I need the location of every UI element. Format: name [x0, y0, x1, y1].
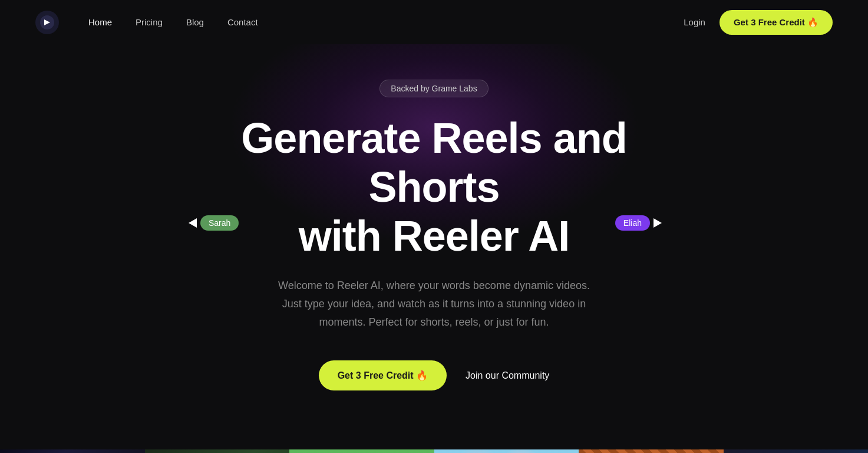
thumbnail-2-inner [145, 449, 290, 453]
hero-subtitle: Welcome to Reeler AI, where your words b… [269, 277, 599, 331]
thumbnail-6 [724, 449, 869, 453]
nav-link-contact[interactable]: Contact [227, 17, 258, 27]
nav-left: Home Pricing Blog Contact [35, 11, 258, 34]
nav-link-blog[interactable]: Blog [186, 17, 204, 27]
nav-link-home[interactable]: Home [88, 17, 112, 27]
nav-right: Login Get 3 Free Credit 🔥 [684, 10, 833, 35]
thumbnail-3-inner [289, 449, 434, 453]
backed-badge: Backed by Grame Labs [379, 80, 488, 97]
nav-cta-button[interactable]: Get 3 Free Credit 🔥 [720, 10, 833, 35]
hero-section: Sarah Eliah Backed by Grame Labs Generat… [0, 44, 868, 449]
thumbnail-1-inner [0, 449, 145, 453]
community-link[interactable]: Join our Community [466, 370, 549, 381]
nav-links: Home Pricing Blog Contact [88, 17, 258, 28]
thumbnails-row [0, 449, 868, 453]
thumbnail-4 [434, 449, 579, 453]
cursor-sarah: Sarah [189, 215, 239, 231]
hero-title-line1: Generate Reels and Shorts [241, 114, 626, 211]
hero-cta-button[interactable]: Get 3 Free Credit 🔥 [319, 360, 447, 390]
thumbnail-2 [145, 449, 290, 453]
thumbnail-3 [289, 449, 434, 453]
nav-item-home[interactable]: Home [88, 17, 112, 28]
navbar: Home Pricing Blog Contact Login Get 3 Fr… [0, 0, 868, 44]
thumbnail-4-inner [434, 449, 579, 453]
thumbnail-5 [579, 449, 724, 453]
thumbnail-5-inner [579, 449, 724, 453]
cursor-label-sarah: Sarah [200, 215, 239, 231]
logo[interactable] [35, 11, 59, 34]
cursor-label-eliah: Eliah [615, 215, 650, 231]
nav-item-contact[interactable]: Contact [227, 17, 258, 28]
login-button[interactable]: Login [684, 17, 705, 27]
hero-title-line2: with Reeler AI [299, 212, 569, 260]
hero-actions: Get 3 Free Credit 🔥 Join our Community [319, 360, 550, 390]
cursor-eliah: Eliah [615, 215, 662, 231]
thumbnail-1 [0, 449, 145, 453]
nav-item-pricing[interactable]: Pricing [136, 17, 163, 28]
thumbnail-6-inner [724, 449, 869, 453]
hero-title: Generate Reels and Shorts with Reeler AI [199, 114, 670, 260]
nav-item-blog[interactable]: Blog [186, 17, 204, 28]
cursor-arrow-sarah [189, 218, 197, 228]
nav-link-pricing[interactable]: Pricing [136, 17, 163, 27]
cursor-arrow-eliah [654, 218, 662, 228]
